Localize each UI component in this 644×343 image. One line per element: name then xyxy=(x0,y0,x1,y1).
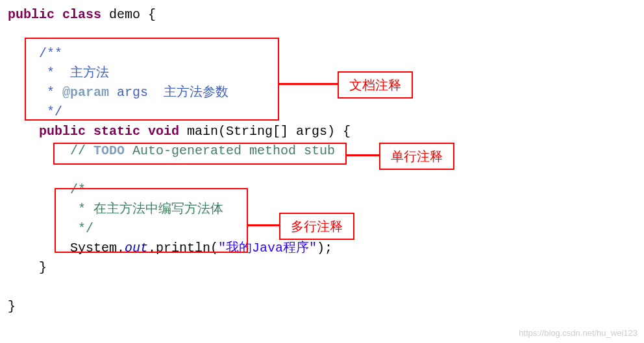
code-line: /* xyxy=(8,180,636,200)
code-line-blank xyxy=(8,25,636,44)
code-line: * 主方法 xyxy=(8,64,636,83)
todo-tag: TODO xyxy=(93,143,125,158)
code-line: } xyxy=(8,297,636,316)
keyword-public: public xyxy=(39,124,86,139)
statement-end: ); xyxy=(317,241,332,255)
code-line: System.out.println("我的Java程序"); xyxy=(8,239,636,258)
code-line: * 在主方法中编写方法体 xyxy=(8,200,636,219)
string-literal: "我的Java程序" xyxy=(218,241,317,255)
doc-comment-star: * xyxy=(8,85,62,100)
watermark: https://blog.csdn.net/hu_wei123 xyxy=(519,327,638,340)
line-comment-slash: // xyxy=(8,143,93,158)
code-line: public static void main(String[] args) { xyxy=(8,122,636,141)
code-line: /** xyxy=(8,44,636,64)
doc-comment-star: * xyxy=(8,65,70,80)
brace-close: } xyxy=(8,299,16,314)
code-line: */ xyxy=(8,219,636,239)
class-name: demo { xyxy=(101,7,156,22)
keyword-public: public xyxy=(8,7,55,22)
doc-tag-param: @param xyxy=(62,85,109,100)
indent xyxy=(8,124,39,139)
code-line: * @param args 主方法参数 xyxy=(8,83,636,102)
code-line: public class demo { xyxy=(8,5,636,25)
block-comment-open: /* xyxy=(8,182,86,197)
doc-param-name: args xyxy=(109,85,164,100)
doc-param-desc: 主方法参数 xyxy=(164,85,229,100)
method-signature: main(String[] args) { xyxy=(179,124,351,139)
sys-out: out xyxy=(125,241,148,255)
doc-comment-text: 主方法 xyxy=(70,65,109,80)
code-line: */ xyxy=(8,102,636,122)
doc-comment-close: */ xyxy=(8,104,62,119)
block-comment-text: * 在主方法中编写方法体 xyxy=(8,202,223,217)
code-line: } xyxy=(8,258,636,278)
keyword-void: void xyxy=(140,124,179,139)
block-comment-close: */ xyxy=(8,221,93,236)
sys-call: System. xyxy=(8,241,125,255)
method-call: .println( xyxy=(148,241,218,255)
code-line-blank xyxy=(8,278,636,297)
code-line: // TODO Auto-generated method stub xyxy=(8,141,636,161)
doc-comment-open: /** xyxy=(8,46,62,61)
keyword-class: class xyxy=(62,7,101,22)
keyword-static: static xyxy=(86,124,140,139)
line-comment-text: Auto-generated method stub xyxy=(125,143,335,158)
brace-close: } xyxy=(8,260,47,275)
code-block: public class demo { /** * 主方法 * @param a… xyxy=(8,5,636,316)
code-line-blank xyxy=(8,161,636,180)
